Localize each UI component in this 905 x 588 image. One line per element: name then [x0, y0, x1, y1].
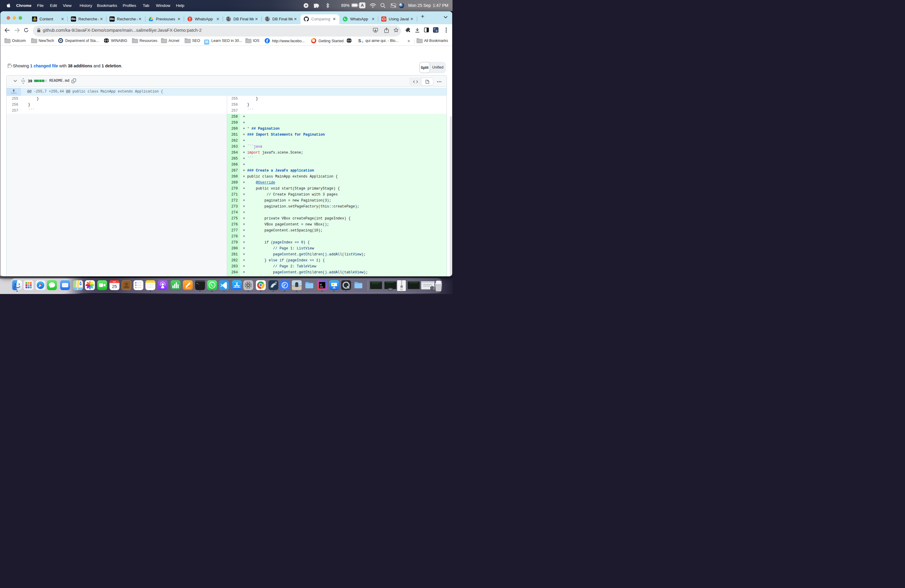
svg-text:IJ: IJ [320, 283, 322, 286]
svg-text:>_: >_ [196, 282, 199, 285]
svg-text:SEP: SEP [113, 281, 116, 283]
svg-text:25: 25 [112, 284, 117, 289]
